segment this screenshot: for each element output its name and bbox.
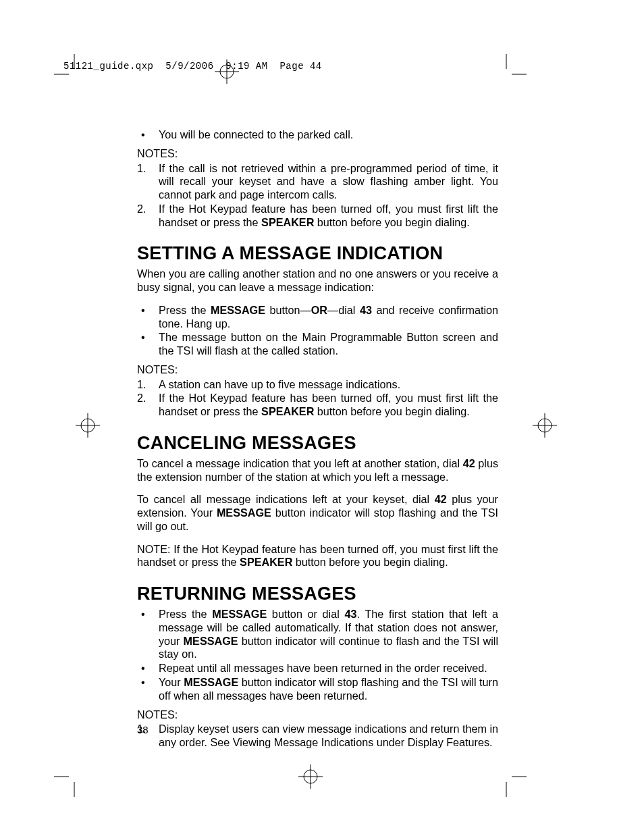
bullet-icon: • (137, 662, 159, 675)
document-page: 51121_guide.qxp 5/9/2006 9:19 AM Page 44… (0, 0, 644, 834)
list-item: • You will be connected to the parked ca… (137, 128, 498, 142)
list-number: 2. (137, 392, 159, 405)
paragraph: When you are calling another station and… (137, 267, 498, 294)
intro-bullet-list: • You will be connected to the parked ca… (137, 128, 498, 142)
list-item: 2. If the Hot Keypad feature has been tu… (137, 392, 498, 419)
list-number: 2. (137, 203, 159, 216)
list-item-text: Press the MESSAGE button or dial 43. The… (159, 608, 498, 661)
paragraph-note: NOTE: If the Hot Keypad feature has been… (137, 543, 498, 570)
page-number: 38 (137, 724, 149, 735)
bullet-icon: • (137, 676, 159, 689)
slug-line: 51121_guide.qxp 5/9/2006 9:19 AM Page 44 (63, 61, 322, 72)
list-item-text: Your MESSAGE button indicator will stop … (159, 676, 498, 703)
intro-notes-list: 1. If the call is not retrieved within a… (137, 162, 498, 230)
notes-label: NOTES: (137, 363, 498, 377)
list-item-text: If the Hot Keypad feature has been turne… (159, 203, 498, 230)
list-item-text: The message button on the Main Programma… (159, 331, 498, 358)
list-item-text: A station can have up to five message in… (159, 378, 498, 392)
paragraph: To cancel a message indication that you … (137, 457, 498, 484)
list-item: 1. A station can have up to five message… (137, 378, 498, 392)
list-item-text: If the Hot Keypad feature has been turne… (159, 392, 498, 419)
sec3-bullet-list: • Press the MESSAGE button or dial 43. T… (137, 608, 498, 702)
bullet-icon: • (137, 304, 159, 317)
sec1-bullet-list: • Press the MESSAGE button—OR—dial 43 an… (137, 304, 498, 358)
heading-returning-messages: RETURNING MESSAGES (137, 583, 498, 605)
list-item-text: You will be connected to the parked call… (159, 128, 498, 142)
list-item: 1. Display keyset users can view message… (137, 723, 498, 750)
list-item: • Press the MESSAGE button—OR—dial 43 an… (137, 304, 498, 331)
list-number: 1. (137, 162, 159, 176)
list-item-text: If the call is not retrieved within a pr… (159, 162, 498, 202)
heading-canceling-messages: CANCELING MESSAGES (137, 432, 498, 454)
crop-mark-tr (486, 54, 527, 95)
body-text: • You will be connected to the parked ca… (137, 128, 498, 755)
list-item-text: Repeat until all messages have been retu… (159, 662, 498, 675)
list-item: • Your MESSAGE button indicator will sto… (137, 676, 498, 703)
list-item: • Press the MESSAGE button or dial 43. T… (137, 608, 498, 661)
crop-mark-bl (54, 756, 95, 797)
list-number: 1. (137, 378, 159, 392)
notes-label: NOTES: (137, 708, 498, 722)
bullet-icon: • (137, 331, 159, 344)
list-item: 2. If the Hot Keypad feature has been tu… (137, 203, 498, 230)
list-item-text: Press the MESSAGE button—OR—dial 43 and … (159, 304, 498, 331)
list-item: 1. If the call is not retrieved within a… (137, 162, 498, 202)
registration-mark-right (531, 412, 558, 439)
list-item: • Repeat until all messages have been re… (137, 662, 498, 675)
bullet-icon: • (137, 128, 159, 142)
list-item: • The message button on the Main Program… (137, 331, 498, 358)
sec3-notes-list: 1. Display keyset users can view message… (137, 723, 498, 750)
bullet-icon: • (137, 608, 159, 621)
registration-mark-bottom (297, 763, 324, 790)
registration-mark-left (74, 412, 101, 439)
crop-mark-tl (54, 54, 95, 95)
crop-mark-br (486, 756, 527, 797)
list-item-text: Display keyset users can view message in… (159, 723, 498, 750)
notes-label: NOTES: (137, 147, 498, 161)
paragraph: To cancel all message indications left a… (137, 493, 498, 533)
sec1-notes-list: 1. A station can have up to five message… (137, 378, 498, 419)
heading-setting-message-indication: SETTING A MESSAGE INDICATION (137, 242, 498, 265)
